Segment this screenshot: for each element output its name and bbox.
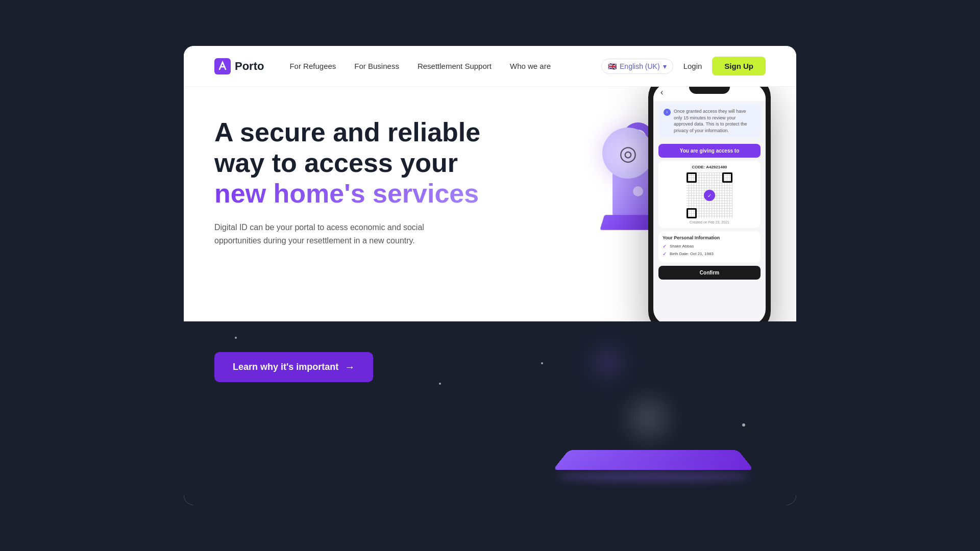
- glow-particle: [592, 347, 623, 378]
- learn-why-button[interactable]: Learn why it's important →: [214, 352, 373, 382]
- hero-title-line1: A secure and reliable: [214, 117, 510, 148]
- nav-for-refugees[interactable]: For Refugees: [289, 62, 336, 70]
- phone-qr-section: CODE: A42921480 ✓ Created on Feb 23, 202…: [658, 161, 761, 228]
- phone-personal-section: Your Personal Information ✓ Shakir Abbas…: [658, 231, 761, 263]
- hero-title-accent: new home's services: [214, 179, 510, 209]
- phone-created-date: Created on Feb 23, 2021: [663, 220, 756, 224]
- chevron-down-icon: ▾: [663, 62, 667, 70]
- phone-code-label: CODE: A42921480: [663, 165, 756, 169]
- phone-personal-row-dob: ✓ Birth Date: Oct 21, 1983: [663, 251, 756, 257]
- flag-icon: 🇬🇧: [608, 62, 617, 70]
- platform-shadow: [556, 471, 750, 482]
- hero-bottom-section: Learn why it's important →: [184, 321, 796, 505]
- bottom-platform: [551, 449, 755, 500]
- hero-section: A secure and reliable way to access your…: [184, 87, 796, 321]
- qr-corner-tl: [687, 172, 697, 183]
- check-icon-dob: ✓: [663, 251, 667, 257]
- phone-mockup: ‹ i Once granted access they will have o…: [648, 87, 781, 321]
- nav-links: For Refugees For Business Resettlement S…: [289, 62, 601, 70]
- nav-for-business[interactable]: For Business: [354, 62, 399, 70]
- phone-access-button[interactable]: You are giving access to: [658, 144, 761, 158]
- language-label: English (UK): [620, 62, 660, 70]
- particle: [742, 423, 745, 427]
- language-selector[interactable]: 🇬🇧 English (UK) ▾: [601, 59, 673, 74]
- phone-personal-title: Your Personal Information: [663, 235, 756, 240]
- lock-keyhole: [633, 186, 643, 196]
- particle: [235, 337, 237, 339]
- brand-name: Porto: [235, 60, 264, 73]
- hero-text: A secure and reliable way to access your…: [214, 117, 510, 247]
- learn-why-label: Learn why it's important: [233, 362, 338, 372]
- personal-name: Shakir Abbas: [670, 244, 694, 248]
- check-icon-name: ✓: [663, 243, 667, 249]
- particle: [439, 383, 441, 385]
- logo[interactable]: Porto: [214, 58, 264, 74]
- phone-info-card: i Once granted access they will have onl…: [658, 104, 761, 138]
- phone-frame: ‹ i Once granted access they will have o…: [648, 87, 771, 321]
- nav-who-we-are[interactable]: Who we are: [510, 62, 551, 70]
- login-button[interactable]: Login: [683, 62, 702, 70]
- qr-corner-tr: [722, 172, 732, 183]
- fingerprint-orb: ◎: [602, 128, 653, 179]
- phone-notch: [689, 87, 730, 94]
- glow-particle: [628, 398, 669, 439]
- info-icon: i: [664, 109, 671, 116]
- signup-button[interactable]: Sign Up: [712, 57, 766, 76]
- personal-dob: Birth Date: Oct 21, 1983: [670, 252, 714, 256]
- nav-resettlement-support[interactable]: Resettlement Support: [418, 62, 492, 70]
- phone-screen: ‹ i Once granted access they will have o…: [653, 87, 766, 321]
- qr-code: ✓: [687, 172, 732, 218]
- phone-confirm-button[interactable]: Confirm: [658, 266, 761, 280]
- arrow-right-icon: →: [345, 361, 355, 373]
- platform-top: [553, 450, 754, 470]
- qr-corner-bl: [687, 208, 697, 218]
- nav-right: 🇬🇧 English (UK) ▾ Login Sign Up: [601, 57, 766, 76]
- phone-info-text: Once granted access they will have only …: [674, 108, 755, 134]
- fingerprint-icon: ◎: [619, 141, 637, 165]
- qr-check-icon: ✓: [704, 190, 715, 201]
- hero-subtitle: Digital ID can be your portal to acess e…: [214, 221, 449, 247]
- hero-title-line2: way to access your: [214, 148, 510, 179]
- particle: [541, 362, 543, 364]
- navbar: Porto For Refugees For Business Resettle…: [184, 46, 796, 87]
- logo-icon: [214, 58, 231, 74]
- phone-personal-row-name: ✓ Shakir Abbas: [663, 243, 756, 249]
